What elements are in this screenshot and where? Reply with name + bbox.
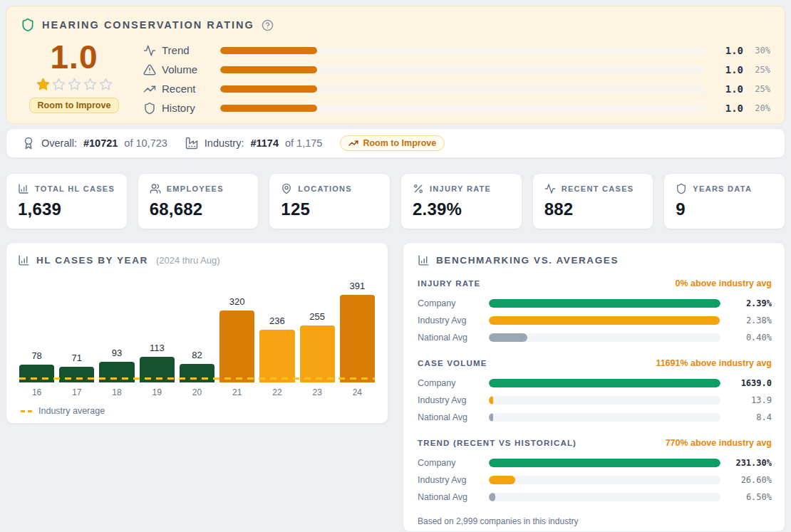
- bar-value-label: 82: [192, 350, 202, 360]
- benchmark-card: BENCHMARKING VS. AVERAGES INJURY RATE 0%…: [403, 242, 785, 532]
- metric-weight: 30%: [743, 46, 770, 56]
- bar: [259, 330, 294, 382]
- metric-value: 1.0: [715, 103, 743, 114]
- page-title: HEARING CONSERVATION RATING: [42, 19, 254, 31]
- stat-card-injury-rate: INJURY RATE 2.39%: [400, 173, 522, 229]
- shield-icon: [676, 183, 687, 194]
- overall-rank-value: #10721: [83, 137, 118, 149]
- bench-row-value: 13.9: [720, 395, 772, 405]
- benchmark-card-header: BENCHMARKING VS. AVERAGES: [418, 254, 772, 266]
- bench-bar-track: [489, 459, 720, 467]
- bench-row-value: 1639.0: [720, 378, 772, 388]
- bench-bar-fill: [489, 299, 720, 308]
- metric-progress-track: [220, 66, 705, 73]
- bench-row-value: 0.40%: [720, 333, 772, 343]
- stat-label: LOCATIONS: [298, 184, 352, 193]
- bench-row-label: Company: [418, 378, 489, 388]
- bench-row-label: Company: [418, 458, 489, 468]
- bench-section-title: CASE VOLUME: [418, 359, 487, 367]
- bench-row-value: 6.50%: [720, 492, 772, 502]
- metric-list: Trend 1.0 30% Volume 1.0 2: [143, 39, 770, 118]
- x-tick-label: 22: [272, 387, 281, 397]
- bar: [219, 311, 254, 382]
- star-icon: [99, 78, 113, 91]
- bar-chart-icon: [18, 183, 29, 194]
- bench-row-company: Company 1639.0: [418, 375, 772, 392]
- metric-row-history: History 1.0 20%: [143, 98, 770, 118]
- stat-card-total-hl-cases: TOTAL HL CASES 1,639: [6, 173, 128, 229]
- overall-rank-label: Overall:: [41, 137, 77, 149]
- bar-value-label: 236: [269, 315, 285, 326]
- bench-row-national-avg: National Avg 0.40%: [418, 329, 772, 346]
- bar: [59, 367, 94, 382]
- bench-bar-track: [489, 333, 720, 342]
- bar-value-label: 78: [31, 350, 41, 361]
- metric-weight: 20%: [743, 103, 770, 113]
- stat-label: YEARS DATA: [693, 184, 752, 193]
- bench-row-label: Industry Avg: [418, 395, 489, 405]
- help-circle-icon[interactable]: [262, 19, 274, 31]
- bar: [340, 295, 375, 382]
- bar-value-label: 391: [350, 281, 366, 291]
- bench-bar-fill: [489, 316, 720, 325]
- bar: [19, 365, 54, 382]
- star-rating: [21, 78, 128, 91]
- stat-card-recent-cases: RECENT CASES 882: [532, 173, 654, 229]
- stats-row: TOTAL HL CASES 1,639 EMPLOYEES 68,682 LO…: [6, 173, 785, 229]
- bench-bar-fill: [489, 476, 515, 484]
- stat-label: INJURY RATE: [430, 184, 491, 193]
- stat-value: 68,682: [150, 199, 247, 219]
- stat-value: 2.39%: [413, 199, 510, 219]
- metric-progress-fill: [220, 85, 317, 93]
- rating-status-badge: Room to Improve: [29, 98, 120, 113]
- metric-value: 1.0: [715, 64, 743, 75]
- stat-label: RECENT CASES: [562, 184, 634, 193]
- bench-bar-track: [489, 476, 720, 484]
- shield-icon: [21, 18, 35, 32]
- bench-delta-label: 11691% above industry avg: [656, 358, 772, 368]
- bar-value-label: 113: [150, 343, 165, 353]
- bench-bar-fill: [489, 413, 493, 422]
- stat-card-employees: EMPLOYEES 68,682: [138, 173, 259, 229]
- stat-label: TOTAL HL CASES: [35, 184, 115, 193]
- x-tick-label: 23: [312, 387, 321, 397]
- stat-label: EMPLOYEES: [167, 184, 224, 193]
- bench-bar-track: [489, 316, 720, 325]
- metric-progress-track: [220, 47, 705, 54]
- bench-bar-fill: [489, 379, 720, 387]
- bench-row-label: Company: [418, 298, 489, 308]
- bench-row-label: Industry Avg: [418, 315, 489, 325]
- bench-section-title: TREND (RECENT VS HISTORICAL): [418, 439, 577, 447]
- rating-panel-body: 1.0 Room to Improve Trend: [21, 39, 770, 118]
- stat-value: 9: [676, 199, 773, 219]
- score-block: 1.0 Room to Improve: [21, 39, 128, 113]
- card-title: BENCHMARKING VS. AVERAGES: [436, 255, 619, 266]
- metric-label: Trend: [162, 44, 220, 56]
- bench-row-value: 26.60%: [720, 475, 772, 485]
- metric-value: 1.0: [715, 83, 743, 95]
- chart-legend: Industry average: [18, 406, 376, 416]
- stat-card-years-data: YEARS DATA 9: [663, 173, 785, 229]
- bottom-row: HL CASES BY YEAR (2024 thru Aug) 7816711…: [6, 242, 785, 532]
- shield-icon: [143, 102, 162, 115]
- star-icon: [36, 78, 50, 91]
- rating-panel-header: HEARING CONSERVATION RATING: [21, 18, 770, 32]
- stat-value: 882: [544, 199, 642, 219]
- card-title: HL CASES BY YEAR: [36, 255, 148, 266]
- bar-value-label: 93: [112, 348, 122, 358]
- metric-label: Recent: [162, 83, 220, 95]
- bar-value-label: 255: [309, 311, 325, 322]
- x-tick-label: 24: [353, 387, 362, 397]
- bench-row-value: 231.30%: [720, 458, 772, 468]
- alert-triangle-icon: [143, 63, 162, 76]
- x-tick-label: 20: [192, 387, 202, 397]
- bench-row-label: National Avg: [418, 333, 489, 343]
- metric-progress-track: [220, 85, 705, 93]
- bench-bar-track: [489, 493, 720, 501]
- hl-cases-card-header: HL CASES BY YEAR (2024 thru Aug): [18, 254, 376, 266]
- legend-label: Industry average: [38, 406, 105, 416]
- bar-value-label: 320: [229, 296, 245, 307]
- dashed-line-swatch: [21, 410, 32, 412]
- overall-score: 1.0: [21, 41, 128, 73]
- bench-bar-track: [489, 299, 720, 308]
